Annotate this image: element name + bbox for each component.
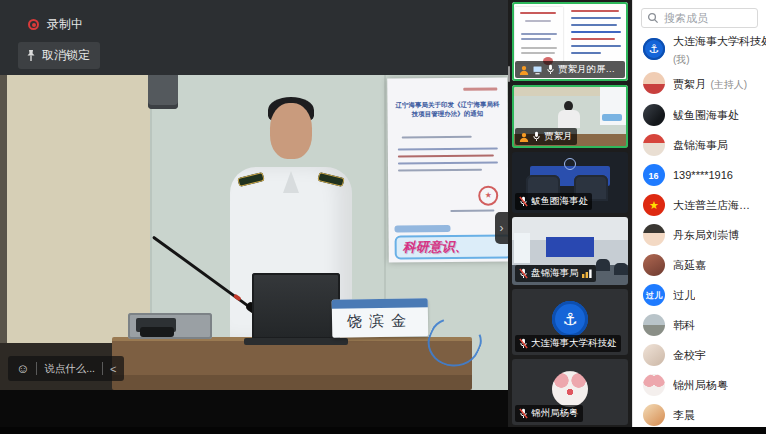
strip-scrollbar[interactable] <box>508 66 510 82</box>
chat-input-hint[interactable]: 说点什么... <box>44 362 95 376</box>
member-row[interactable]: 金校宇 <box>633 340 766 370</box>
slide-banner: 科研意识、 <box>395 234 508 259</box>
search-icon <box>647 12 659 24</box>
member-row[interactable]: 锦州局杨粤 <box>633 370 766 400</box>
avatar: 16 <box>643 164 665 186</box>
member-row[interactable]: 贾絮月 (主持人) <box>633 66 766 100</box>
university-logo-avatar: ⚓ <box>643 38 665 60</box>
member-row[interactable]: ★ 大连普兰店海事处 <box>633 190 766 220</box>
avatar <box>643 314 665 336</box>
laptop <box>252 273 340 339</box>
recording-label: 录制中 <box>47 16 83 33</box>
thumbnail-label: 贾絮月 <box>544 130 573 143</box>
meeting-app-window: 录制中 取消锁定 辽宁海事局关于印发《辽宁海事局科技项目管理办法》的通知 <box>0 0 766 434</box>
projected-toolbar <box>394 225 450 232</box>
network-signal-icon <box>582 269 592 278</box>
member-row[interactable]: 盘锦海事局 <box>633 130 766 160</box>
member-row[interactable]: 鲅鱼圈海事处 <box>633 100 766 130</box>
avatar <box>643 254 665 276</box>
projected-document-title: 辽宁海事局关于印发《辽宁海事局科技项目管理办法》的通知 <box>395 100 499 119</box>
presenter-icon <box>519 65 529 75</box>
thumbnail-participant[interactable]: 鲅鱼圈海事处 <box>512 152 628 213</box>
slide-banner-text: 科研意识、 <box>403 238 468 257</box>
thumbnail-participant[interactable]: 盘锦海事局 <box>512 217 628 285</box>
projection-screen: 辽宁海事局关于印发《辽宁海事局科技项目管理办法》的通知 ★ 科研意识、 <box>387 77 508 262</box>
recording-indicator: 录制中 <box>28 16 83 33</box>
record-icon <box>28 19 39 30</box>
panel-toggle-handle[interactable]: › <box>495 212 508 244</box>
emoji-icon[interactable]: ☺ <box>16 361 29 376</box>
flag-avatar: ★ <box>643 194 665 216</box>
speaker-face <box>270 103 312 159</box>
university-logo-icon: ⚓ <box>552 301 588 337</box>
pin-icon <box>26 50 36 62</box>
window-bottom-edge <box>0 427 766 434</box>
wall-speaker <box>148 75 178 109</box>
unpin-button[interactable]: 取消锁定 <box>18 42 100 69</box>
member-row[interactable]: 韩科 <box>633 310 766 340</box>
thumbnail-screen-share[interactable]: 贾絮月的屏幕... <box>512 2 628 81</box>
member-row[interactable]: 高延嘉 <box>633 250 766 280</box>
member-role: (我) <box>673 54 690 65</box>
thumbnail-label: 贾絮月的屏幕... <box>558 63 621 76</box>
mic-muted-icon <box>519 268 528 279</box>
avatar: 过儿 <box>643 284 665 306</box>
avatar <box>643 224 665 246</box>
member-row[interactable]: 过儿 过儿 <box>633 280 766 310</box>
mouse-avatar <box>552 371 588 407</box>
member-role: (主持人) <box>710 79 747 90</box>
avatar <box>643 344 665 366</box>
member-row[interactable]: ⚓ 大连海事大学科技处 (我) <box>633 32 766 66</box>
screen-share-icon <box>532 65 543 75</box>
mic-icon <box>532 131 541 142</box>
chat-collapse-icon[interactable]: < <box>110 363 116 375</box>
thumbnail-host-video[interactable]: 贾絮月 <box>512 85 628 148</box>
video-thumbnail-strip: 贾絮月的屏幕... 贾絮月 鲅鱼圈海事处 <box>508 0 632 434</box>
member-row[interactable]: 李晨 <box>633 400 766 430</box>
thumbnail-label: 鲅鱼圈海事处 <box>531 195 588 208</box>
mic-icon <box>546 64 555 75</box>
avatar <box>643 104 665 126</box>
mic-muted-icon <box>519 408 528 419</box>
mic-muted-icon <box>519 338 528 349</box>
red-seal: ★ <box>478 186 498 206</box>
thumbnail-participant[interactable]: 锦州局杨粤 <box>512 359 628 425</box>
member-row[interactable]: 16 139****1916 <box>633 160 766 190</box>
thumbnail-label: 锦州局杨粤 <box>531 407 579 420</box>
presenter-icon <box>519 132 529 142</box>
mic-muted-icon <box>519 196 528 207</box>
name-plate-text: 饶滨金 <box>332 307 428 336</box>
pinned-video-feed: 辽宁海事局关于印发《辽宁海事局科技项目管理办法》的通知 ★ 科研意识、 <box>0 75 508 390</box>
members-panel: ⚓ 大连海事大学科技处 (我) 贾絮月 (主持人) 鲅鱼圈海事处 盘锦海事局 1… <box>632 0 766 434</box>
avatar <box>643 72 665 94</box>
chat-quick-bar[interactable]: ☺ 说点什么... < <box>8 356 124 381</box>
thumbnail-label: 大连海事大学科技处 <box>531 337 617 350</box>
member-list: ⚓ 大连海事大学科技处 (我) 贾絮月 (主持人) 鲅鱼圈海事处 盘锦海事局 1… <box>633 32 766 430</box>
unpin-label: 取消锁定 <box>42 47 90 64</box>
thumbnail-label: 盘锦海事局 <box>531 267 579 280</box>
mouse-avatar <box>643 374 665 396</box>
main-stage: 录制中 取消锁定 辽宁海事局关于印发《辽宁海事局科技项目管理办法》的通知 <box>0 0 508 434</box>
member-row[interactable]: 丹东局刘崇博 <box>633 220 766 250</box>
avatar <box>643 404 665 426</box>
avatar <box>643 134 665 156</box>
desk-name-plate: 饶滨金 <box>332 298 429 338</box>
thumbnail-participant[interactable]: ⚓ 大连海事大学科技处 <box>512 289 628 355</box>
